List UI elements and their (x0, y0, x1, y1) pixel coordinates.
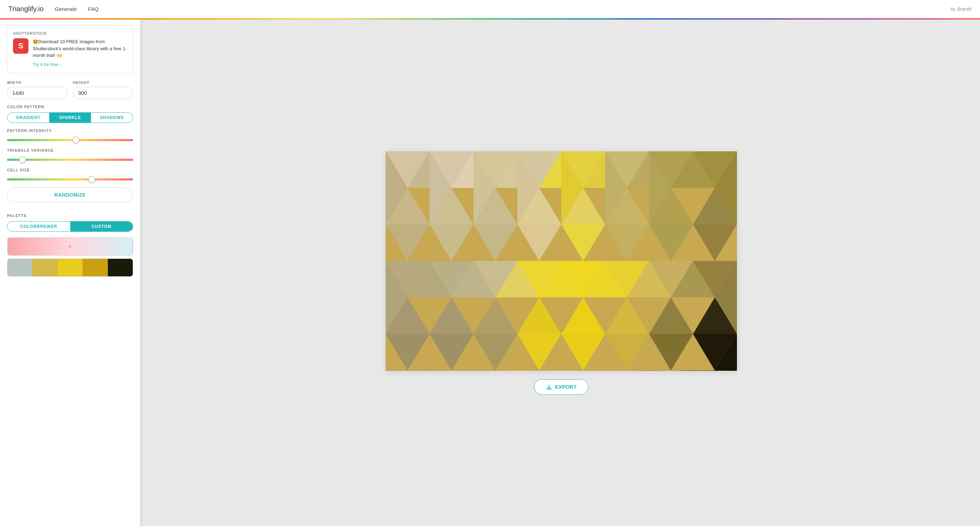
ad-logo: S (13, 38, 29, 54)
svg-rect-0 (547, 388, 552, 389)
triangle (539, 370, 583, 371)
triangle (474, 224, 517, 261)
ad-brand: SHUTTERSTOCK (13, 31, 127, 35)
main-layout: SHUTTERSTOCK S 🤩Download 10 FREE images … (0, 20, 980, 526)
export-button[interactable]: EXPORT (534, 379, 589, 395)
triangle (561, 334, 605, 370)
triangle (474, 334, 517, 370)
nav-generate[interactable]: Generate (55, 6, 77, 12)
triangle (407, 370, 451, 371)
pattern-intensity-label: PATTERN INTENSITY (7, 129, 133, 133)
swatch-amber[interactable] (83, 259, 108, 277)
width-label: WIDTH (7, 80, 67, 84)
palette-toggle: COLORBREWER CUSTOM (7, 221, 133, 232)
export-label: EXPORT (555, 384, 577, 390)
color-add-swatch[interactable]: + (7, 237, 133, 256)
plus-icon: + (68, 242, 72, 251)
color-pattern-toggle: GRADIENT SPARKLE SHADOWS (7, 112, 133, 123)
palette-label: PALETTE (7, 213, 133, 218)
height-label: HEIGHT (73, 80, 134, 84)
color-pattern-label: COLOR PATTERN (7, 105, 133, 109)
ad-text-block: 🤩Download 10 FREE images from Shuttersto… (33, 38, 127, 67)
triangle (451, 370, 495, 371)
triangle (583, 370, 627, 371)
triangle (495, 370, 539, 371)
pattern-intensity-slider[interactable] (7, 139, 133, 141)
nav-byline: by @qrohl (951, 6, 972, 11)
palette-colorbrewer[interactable]: COLORBREWER (7, 222, 70, 231)
download-icon (546, 384, 552, 390)
triangle (430, 297, 474, 334)
triangle (605, 224, 649, 261)
triangle (386, 334, 430, 370)
navbar-left: Trianglify.io Generate FAQ (8, 5, 99, 13)
triangle-variance-slider[interactable] (7, 159, 133, 161)
triangle-variance-section: TRIANGLE VARIANCE (7, 148, 133, 162)
dimensions-row: WIDTH HEIGHT (7, 80, 133, 99)
nav-logo: Trianglify.io (8, 5, 43, 13)
swatch-sage[interactable] (7, 259, 32, 277)
randomize-button[interactable]: RANDOMIZE (7, 188, 133, 202)
trianglify-visualization (386, 151, 737, 371)
triangle (517, 334, 561, 370)
cell-size-label: CELL SIZE (7, 168, 133, 172)
triangle (649, 334, 693, 370)
triangle (649, 224, 693, 261)
palette-custom[interactable]: CUSTOM (70, 222, 133, 231)
swatch-golden[interactable] (32, 259, 57, 277)
triangle (430, 334, 474, 370)
triangle-variance-label: TRIANGLE VARIANCE (7, 148, 133, 153)
triangle (605, 297, 649, 334)
triangle (517, 224, 561, 261)
navbar: Trianglify.io Generate FAQ by @qrohl (0, 0, 980, 18)
height-group: HEIGHT (73, 80, 134, 99)
triangle (430, 224, 474, 261)
triangle (561, 297, 605, 334)
canvas-area: EXPORT (143, 20, 980, 526)
triangle (386, 370, 407, 371)
swatch-yellow[interactable] (57, 259, 83, 277)
width-group: WIDTH (7, 80, 67, 99)
color-pattern-shadows[interactable]: SHADOWS (91, 113, 133, 122)
triangle-canvas (386, 151, 737, 371)
color-pattern-gradient[interactable]: GRADIENT (7, 113, 49, 122)
palette-swatches (7, 258, 133, 277)
pattern-intensity-section: PATTERN INTENSITY (7, 129, 133, 143)
ad-body: 🤩Download 10 FREE images from Shuttersto… (33, 38, 127, 59)
triangle (693, 224, 737, 261)
triangle (605, 334, 649, 370)
triangle (649, 297, 693, 334)
triangle (561, 224, 605, 261)
triangle (517, 297, 561, 334)
cell-size-slider[interactable] (7, 178, 133, 181)
swatch-black[interactable] (108, 259, 133, 277)
color-pattern-sparkle[interactable]: SPARKLE (49, 113, 91, 122)
height-input[interactable] (73, 87, 134, 99)
nav-faq[interactable]: FAQ (88, 6, 99, 12)
ad-cta[interactable]: Try it for free › (33, 62, 61, 67)
triangle (474, 297, 517, 334)
ad-card: SHUTTERSTOCK S 🤩Download 10 FREE images … (7, 25, 133, 73)
ad-content: S 🤩Download 10 FREE images from Shutters… (13, 38, 127, 67)
width-input[interactable] (7, 87, 67, 99)
sidebar: SHUTTERSTOCK S 🤩Download 10 FREE images … (0, 20, 140, 526)
triangle (386, 224, 430, 261)
triangle (627, 370, 671, 371)
cell-size-section: CELL SIZE (7, 168, 133, 182)
